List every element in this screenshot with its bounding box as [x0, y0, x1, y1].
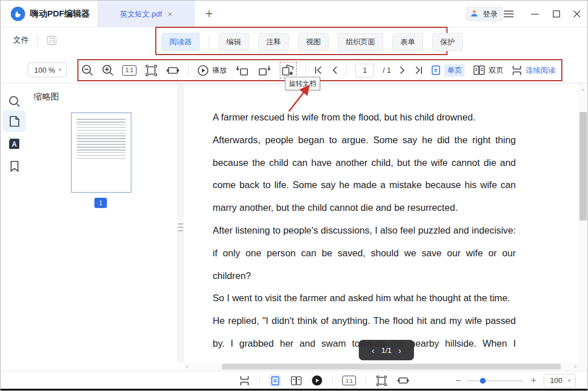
- document-viewport[interactable]: A farmer rescued his wife from the flood…: [184, 84, 578, 363]
- rotate-document-icon[interactable]: [280, 62, 297, 78]
- vertical-scroll-thumb[interactable]: [579, 112, 587, 221]
- document-text-line: After listening to people's discussions,…: [213, 219, 516, 242]
- fit-page-icon[interactable]: [145, 64, 158, 77]
- rotate-document-tooltip: 旋转文档: [285, 77, 320, 90]
- scroll-up-icon[interactable]: ⌃: [578, 88, 588, 94]
- sidebar-item-text-comments[interactable]: A: [3, 133, 26, 155]
- new-tab-button[interactable]: +: [205, 6, 213, 22]
- zoom-minus-icon[interactable]: −: [456, 376, 461, 386]
- continuous-reading-icon[interactable]: [239, 376, 250, 386]
- page-thumbnail[interactable]: [71, 113, 131, 193]
- thumbnail-page-badge: 1: [94, 198, 107, 208]
- app-logo-icon: [11, 7, 25, 21]
- bottom-toolbar: 1:1 − ＋ 100 ▼: [1, 371, 588, 389]
- minimize-button[interactable]: [528, 7, 541, 20]
- tab-organize-pages[interactable]: 组织页面: [338, 33, 383, 51]
- horizontal-scroll-thumb[interactable]: [222, 364, 561, 369]
- double-page-mode-button[interactable]: 双页: [473, 65, 503, 76]
- menu-hamburger-icon[interactable]: [502, 7, 515, 20]
- maximize-button[interactable]: [550, 7, 562, 20]
- chevron-down-icon: ▼: [566, 378, 572, 384]
- scroll-left-icon[interactable]: ‹: [186, 363, 188, 371]
- login-label: 登录: [483, 9, 498, 19]
- tab-reader[interactable]: 阅读器: [162, 33, 200, 51]
- zoom-percent-value: 100 %: [34, 66, 55, 74]
- tab-form[interactable]: 表单: [392, 33, 423, 51]
- file-menu[interactable]: 文件: [13, 35, 29, 45]
- play-button[interactable]: 播放: [197, 65, 227, 76]
- search-icon[interactable]: [3, 90, 26, 112]
- window-bottom-edge: [1, 389, 588, 391]
- document-text-line: if only one person can be saved, should …: [213, 242, 516, 265]
- actual-size-button-bottom[interactable]: 1:1: [342, 376, 356, 385]
- document-lines: A farmer rescued his wife from the flood…: [213, 106, 516, 355]
- divider: [37, 34, 38, 48]
- title-bar: 嗨动PDF编辑器 英文短文.pdf × + 登录: [1, 1, 587, 27]
- divider: [332, 376, 333, 386]
- zoom-plus-icon[interactable]: ＋: [529, 375, 538, 386]
- fit-page-icon-bottom[interactable]: [376, 375, 387, 386]
- sidebar-icon-rail: A: [1, 84, 28, 363]
- page-navigation-pill: ‹ 1/1 ›: [359, 340, 414, 360]
- pill-next-icon[interactable]: ›: [399, 346, 401, 355]
- rotate-left-icon[interactable]: [235, 64, 249, 77]
- thumbnail-text-preview: [77, 119, 126, 161]
- zoom-percent-dropdown[interactable]: 100 % ▼: [28, 63, 67, 77]
- first-page-icon[interactable]: [314, 66, 323, 74]
- last-page-icon[interactable]: [414, 66, 423, 74]
- tab-annotate[interactable]: 注释: [258, 33, 289, 51]
- divider: [346, 65, 347, 76]
- previous-page-icon[interactable]: [332, 66, 338, 74]
- tab-close-icon[interactable]: ×: [168, 10, 172, 19]
- document-text-line: Afterwards, people began to argue. Some …: [213, 129, 516, 152]
- divider: [188, 65, 189, 76]
- tab-protect[interactable]: 保护: [432, 33, 463, 51]
- page-number-input[interactable]: 1: [355, 64, 374, 77]
- app-title: 嗨动PDF编辑器: [30, 9, 90, 19]
- zoom-slider[interactable]: [466, 380, 523, 381]
- pill-previous-icon[interactable]: ‹: [371, 346, 374, 355]
- fit-width-icon[interactable]: [166, 65, 180, 76]
- double-page-icon[interactable]: [291, 376, 302, 386]
- content-area: A 缩略图 1 A farmer rescued his wife from t…: [1, 84, 588, 363]
- zoom-out-icon[interactable]: [81, 64, 93, 76]
- document-text-line: children?: [213, 265, 516, 288]
- horizontal-scrollbar[interactable]: ‹ ›: [184, 363, 578, 371]
- document-tab[interactable]: 英文短文.pdf ×: [97, 1, 195, 27]
- double-page-label: 双页: [488, 65, 503, 76]
- continuous-reading-button[interactable]: 连续阅读: [512, 65, 555, 76]
- zoom-value-dropdown[interactable]: 100 ▼: [544, 374, 575, 388]
- sidebar-item-thumbnails[interactable]: [3, 110, 26, 132]
- tab-edit[interactable]: 编辑: [218, 33, 249, 51]
- single-page-icon[interactable]: [270, 375, 281, 387]
- scroll-right-icon[interactable]: ›: [574, 363, 576, 371]
- thumbnail-panel-title: 缩略图: [34, 91, 59, 102]
- divider: [305, 65, 306, 76]
- vertical-scrollbar[interactable]: ⌃: [578, 84, 588, 371]
- panel-splitter[interactable]: [177, 84, 184, 363]
- single-page-mode-button[interactable]: 单页: [431, 64, 465, 77]
- document-text-line: So I went to visit the farmer and asked …: [213, 287, 516, 310]
- login-button[interactable]: 登录: [466, 6, 503, 22]
- fit-width-icon-bottom[interactable]: [397, 376, 409, 385]
- bottom-tools: 1:1: [239, 373, 409, 388]
- pill-page-indicator: 1/1: [381, 346, 391, 355]
- document-text-line: A farmer rescued his wife from the flood…: [213, 106, 516, 129]
- sidebar-item-bookmarks[interactable]: [3, 155, 26, 177]
- tab-view[interactable]: 视图: [298, 33, 329, 51]
- pdf-editor-window: 嗨动PDF编辑器 英文短文.pdf × + 登录: [0, 0, 588, 391]
- save-icon[interactable]: [46, 35, 57, 48]
- continuous-reading-label: 连续阅读: [525, 65, 555, 76]
- rotate-right-icon[interactable]: [258, 64, 271, 77]
- single-page-label: 单页: [444, 64, 465, 77]
- zoom-in-icon[interactable]: [102, 64, 114, 76]
- next-page-icon[interactable]: [399, 66, 405, 74]
- play-slideshow-icon[interactable]: [312, 375, 322, 386]
- zoom-value: 100: [550, 376, 562, 385]
- avatar-icon: [469, 8, 479, 20]
- actual-size-button[interactable]: 1:1: [122, 65, 136, 76]
- zoom-slider-thumb[interactable]: [480, 378, 486, 384]
- splitter-handle-icon[interactable]: [178, 223, 183, 231]
- divider: [209, 36, 209, 48]
- close-button[interactable]: [570, 7, 583, 20]
